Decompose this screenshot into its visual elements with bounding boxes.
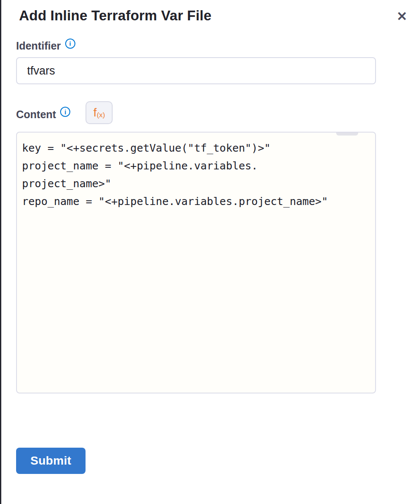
code-line: key = "<+secrets.getValue("tf_token")>"	[22, 139, 367, 157]
expression-fx-f: f	[94, 106, 97, 119]
editor-scroll-shadow	[336, 133, 358, 136]
submit-button[interactable]: Submit	[16, 448, 86, 474]
expression-fx-button[interactable]: f(x)	[86, 101, 113, 124]
code-line: project_name>"	[22, 175, 367, 193]
identifier-label-row: Identifier i	[16, 40, 420, 52]
close-icon[interactable]: ✕	[394, 8, 410, 25]
identifier-label: Identifier	[16, 40, 61, 52]
add-inline-terraform-var-file-drawer: Add Inline Terraform Var File ✕ Identifi…	[0, 0, 420, 504]
identifier-input[interactable]	[16, 57, 376, 84]
drawer-header: Add Inline Terraform Var File ✕	[1, 0, 420, 26]
content-label: Content	[16, 108, 56, 121]
content-code-editor[interactable]: key = "<+secrets.getValue("tf_token")>" …	[16, 132, 376, 393]
code-line: project_name = "<+pipeline.variables.	[22, 157, 367, 175]
drawer-title: Add Inline Terraform Var File	[19, 8, 211, 24]
identifier-info-icon[interactable]: i	[65, 39, 75, 49]
expression-fx-subscript: (x)	[97, 111, 105, 119]
code-line: repo_name = "<+pipeline.variables.projec…	[22, 193, 367, 210]
content-label-row: Content i f(x)	[16, 103, 420, 126]
content-info-icon[interactable]: i	[60, 107, 70, 117]
